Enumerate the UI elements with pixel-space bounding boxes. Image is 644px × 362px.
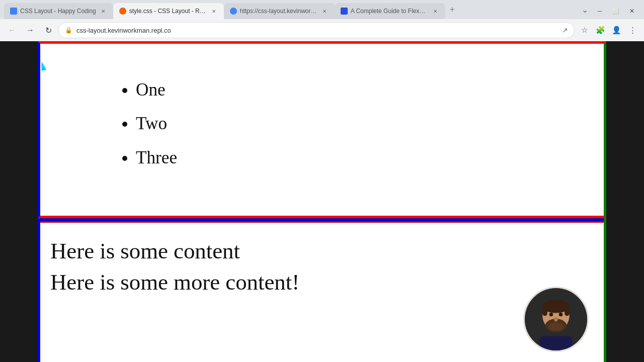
section-top: One Two Three: [38, 41, 606, 218]
ssl-lock-icon: 🔒: [65, 27, 72, 34]
new-tab-button[interactable]: +: [445, 3, 459, 17]
svg-point-7: [559, 313, 563, 317]
browser-window: CSS Layout - Happy Coding ✕ style.css - …: [0, 0, 644, 362]
section-bottom: Here is some content Here is some more c…: [38, 223, 606, 362]
content-text-2: Here is some more content!: [40, 269, 604, 295]
bookmark-button[interactable]: ☆: [577, 23, 592, 38]
tab-2[interactable]: style.css - CSS Layout - Replit ✕: [113, 3, 224, 19]
list-item-1: One: [136, 74, 604, 106]
tab-bar: CSS Layout - Happy Coding ✕ style.css - …: [0, 0, 644, 19]
nav-right-buttons: ☆ 🧩 👤 ⋮: [577, 23, 640, 38]
list-item-2: Two: [136, 108, 604, 139]
web-content: One Two Three Here is some content Here …: [38, 41, 606, 362]
tab-2-label: style.css - CSS Layout - Replit: [129, 8, 207, 15]
address-bar[interactable]: 🔒 css-layout.kevinworkman.repl.co ↗: [58, 22, 575, 38]
close-window-button[interactable]: ✕: [624, 3, 640, 19]
back-button[interactable]: ←: [4, 22, 20, 38]
tab-4-close[interactable]: ✕: [431, 7, 439, 15]
tab-4-favicon: [341, 8, 348, 15]
tab-4-label: A Complete Guide to Flexbox | C: [351, 8, 428, 15]
share-icon[interactable]: ↗: [562, 26, 568, 35]
tab-4[interactable]: A Complete Guide to Flexbox | C ✕: [335, 3, 445, 19]
tab-3-favicon: [230, 8, 237, 15]
webcam-overlay: [523, 287, 589, 352]
webcam-face: [525, 288, 587, 350]
tab-1[interactable]: CSS Layout - Happy Coding ✕: [4, 3, 113, 19]
minimize-button[interactable]: ─: [592, 3, 608, 19]
tab-3-label: https://css-layout.kevinworkman...: [240, 8, 317, 15]
bullet-list: One Two Three: [126, 74, 604, 173]
tab-overflow-button[interactable]: ⌄: [578, 3, 592, 17]
content-text-1: Here is some content: [40, 238, 604, 264]
tab-2-close[interactable]: ✕: [210, 7, 218, 15]
profile-button[interactable]: 👤: [609, 23, 624, 38]
svg-rect-4: [565, 306, 570, 316]
forward-button[interactable]: →: [22, 22, 38, 38]
svg-point-6: [549, 313, 553, 317]
tab-3[interactable]: https://css-layout.kevinworkman... ✕: [224, 3, 335, 19]
nav-bar: ← → ↻ 🔒 css-layout.kevinworkman.repl.co …: [0, 19, 644, 41]
svg-point-8: [554, 317, 558, 322]
svg-rect-9: [549, 323, 564, 330]
tab-1-favicon: [10, 8, 17, 15]
viewport: One Two Three Here is some content Here …: [0, 41, 644, 362]
tab-1-label: CSS Layout - Happy Coding: [20, 8, 96, 15]
svg-rect-10: [539, 336, 573, 350]
mouse-cursor: [40, 61, 46, 70]
address-text: css-layout.kevinworkman.repl.co: [76, 27, 558, 34]
menu-button[interactable]: ⋮: [625, 23, 640, 38]
list-item-3: Three: [136, 142, 604, 173]
svg-rect-3: [542, 306, 547, 316]
maximize-button[interactable]: ⬜: [608, 3, 624, 19]
tab-3-close[interactable]: ✕: [320, 7, 329, 15]
reload-button[interactable]: ↻: [40, 22, 56, 38]
tab-1-close[interactable]: ✕: [99, 7, 107, 15]
extensions-button[interactable]: 🧩: [593, 23, 608, 38]
tab-2-favicon: [119, 8, 126, 15]
webcam-svg: [525, 287, 587, 352]
